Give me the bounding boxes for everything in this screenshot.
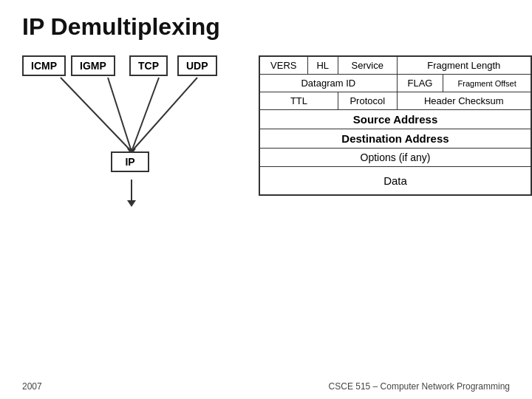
footer: 2007 CSCE 515 – Computer Network Program… — [0, 381, 532, 392]
table-row-source: Source Address — [259, 110, 531, 129]
svg-line-3 — [132, 78, 197, 151]
options-cell: Options (if any) — [259, 149, 531, 167]
fragment-length-cell: Fragment Length — [397, 56, 531, 75]
footer-year: 2007 — [22, 381, 42, 392]
data-cell: Data — [259, 167, 531, 196]
main-content: ICMP IGMP TCP UDP IP VERS HL Service Fra… — [0, 55, 532, 262]
header-checksum-cell: Header Checksum — [397, 92, 531, 110]
ttl-cell: TTL — [259, 92, 338, 110]
udp-box: UDP — [177, 55, 217, 76]
table-row-dest: Destination Address — [259, 129, 531, 149]
igmp-box: IGMP — [71, 55, 115, 76]
svg-line-2 — [132, 78, 159, 151]
source-address-cell: Source Address — [259, 110, 531, 129]
table-row-data: Data — [259, 167, 531, 196]
flag-cell: FLAG — [397, 75, 443, 92]
hl-cell: HL — [307, 56, 338, 75]
datagram-id-cell: Datagram ID — [259, 75, 397, 92]
protocol-cell: Protocol — [338, 92, 397, 110]
ip-packet-table: VERS HL Service Fragment Length Datagram… — [259, 55, 532, 196]
table-row-3: TTL Protocol Header Checksum — [259, 92, 531, 110]
fragment-offset-cell: Fragment Offset — [443, 75, 531, 92]
page-title: IP Demultiplexing — [0, 0, 532, 48]
destination-address-cell: Destination Address — [259, 129, 531, 149]
protocol-diagram: ICMP IGMP TCP UDP IP — [22, 55, 244, 262]
vers-cell: VERS — [259, 56, 307, 75]
svg-line-1 — [108, 78, 132, 151]
service-cell: Service — [338, 56, 397, 75]
table-row-options: Options (if any) — [259, 149, 531, 167]
ip-box: IP — [111, 151, 149, 172]
svg-line-0 — [61, 78, 132, 151]
tcp-box: TCP — [129, 55, 168, 76]
icmp-box: ICMP — [22, 55, 66, 76]
svg-marker-5 — [127, 200, 136, 207]
table-row-2: Datagram ID FLAG Fragment Offset — [259, 75, 531, 92]
footer-course: CSCE 515 – Computer Network Programming — [329, 381, 510, 392]
table-row-1: VERS HL Service Fragment Length — [259, 56, 531, 75]
